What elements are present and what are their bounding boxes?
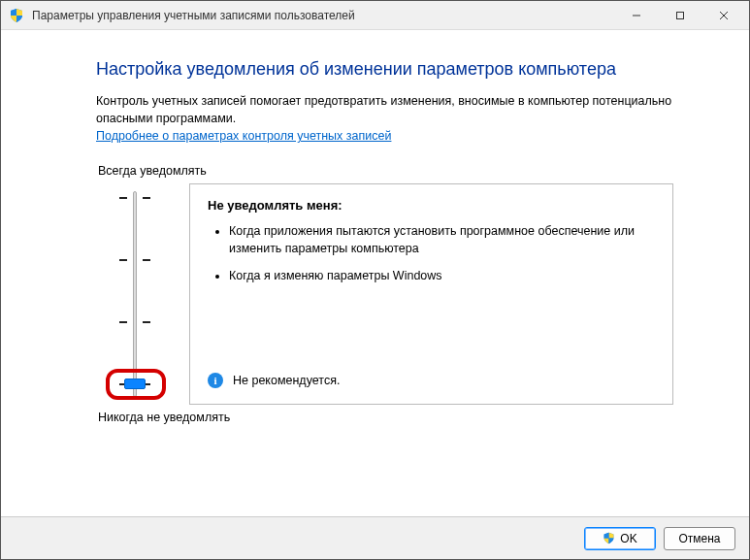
intro-text: Контроль учетных записей помогает предот… [96,93,673,127]
svg-rect-1 [676,12,683,18]
panel-note-text: Не рекомендуется. [233,374,340,387]
button-bar: OK Отмена [1,516,749,559]
panel-title: Не уведомлять меня: [208,198,655,213]
title-bar: Параметры управления учетными записями п… [1,1,749,30]
panel-bullet: Когда я изменяю параметры Windows [229,267,655,284]
slider-label-bottom: Никогда не уведомлять [98,411,673,424]
close-button[interactable] [701,2,745,29]
info-icon: i [208,373,223,388]
panel-note: i Не рекомендуется. [208,373,340,388]
minimize-button[interactable] [614,2,658,29]
maximize-button[interactable] [658,2,701,29]
slider-thumb[interactable] [124,379,146,389]
uac-settings-window: Параметры управления учетными записями п… [0,0,750,560]
slider-label-top: Всегда уведомлять [98,164,673,178]
cancel-button-label: Отмена [678,532,720,545]
learn-more-link[interactable]: Подробнее о параметрах контроля учетных … [96,129,391,143]
window-title: Параметры управления учетными записями п… [32,9,614,22]
page-heading: Настройка уведомления об изменении парам… [96,59,673,80]
slider-section: Всегда уведомлять Не уведомлять меня: Ко… [96,164,673,424]
slider-track [133,191,137,397]
ok-button-label: OK [620,532,636,545]
description-panel: Не уведомлять меня: Когда приложения пыт… [189,183,673,405]
panel-bullet: Когда приложения пытаются установить про… [229,222,655,257]
shield-icon [603,532,615,544]
notification-slider[interactable] [96,183,181,405]
cancel-button[interactable]: Отмена [664,527,735,550]
ok-button[interactable]: OK [584,527,656,550]
panel-bullets: Когда приложения пытаются установить про… [208,222,655,284]
shield-icon [9,8,24,23]
content-area: Настройка уведомления об изменении парам… [1,30,749,516]
